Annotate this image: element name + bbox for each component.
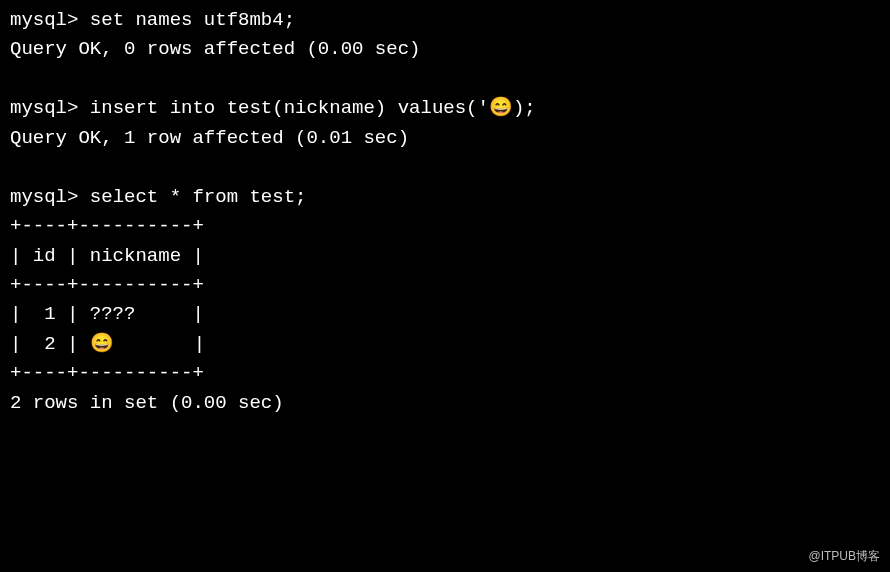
insert-result: Query OK, 1 row affected (0.01 sec) [10,127,409,149]
select-command: select * from test; [90,186,307,208]
set-names-command: set names utf8mb4; [90,9,295,31]
output-2: Query OK, 1 row affected (0.01 sec) [10,124,880,153]
table-border-bot: +----+----------+ [10,359,880,388]
table-header: | id | nickname | [10,242,880,271]
command-line-2: mysql> insert into test(nickname) values… [10,94,880,123]
table-row-1: | 1 | ???? | [10,300,880,329]
mysql-prompt: mysql> [10,97,90,119]
table-row-2: | 2 | 😄 | [10,330,880,359]
command-line-3: mysql> select * from test; [10,183,880,212]
insert-command: insert into test(nickname) values('😄); [90,97,536,119]
table-border-top: +----+----------+ [10,212,880,241]
mysql-prompt: mysql> [10,9,90,31]
table-footer: 2 rows in set (0.00 sec) [10,389,880,418]
blank-line-2 [10,153,880,182]
command-line-1: mysql> set names utf8mb4; [10,6,880,35]
blank-line-1 [10,65,880,94]
output-1: Query OK, 0 rows affected (0.00 sec) [10,35,880,64]
watermark-text: @ITPUB博客 [808,547,880,566]
table-border-mid: +----+----------+ [10,271,880,300]
set-names-result: Query OK, 0 rows affected (0.00 sec) [10,38,420,60]
mysql-prompt: mysql> [10,186,90,208]
